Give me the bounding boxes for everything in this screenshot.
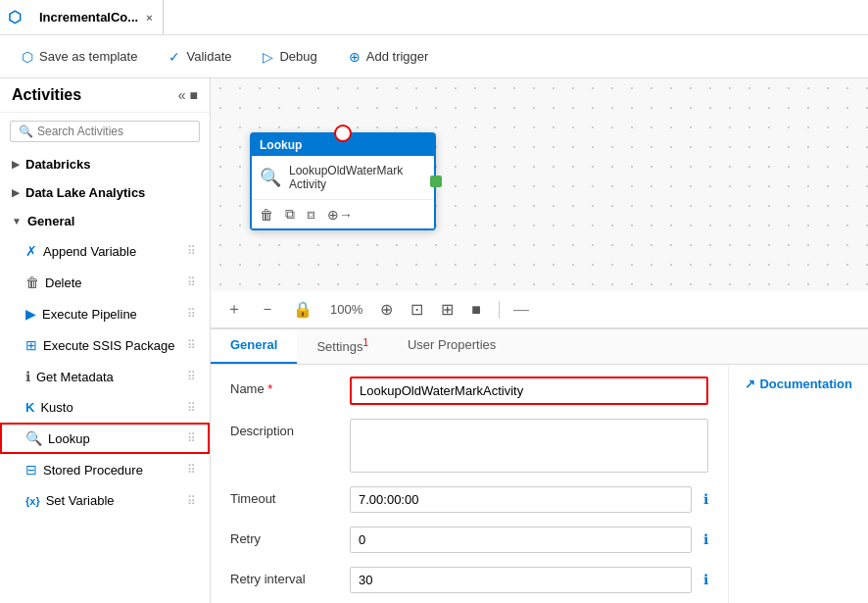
retry-label: Retry	[230, 527, 338, 546]
node-body: 🔍 LookupOldWaterMarkActivity	[252, 156, 434, 199]
activity-label: Get Metadata	[36, 370, 114, 384]
search-icon: 🔍	[19, 125, 33, 138]
activity-item-set-variable[interactable]: {x} Set Variable ⠿	[0, 485, 210, 516]
toolbar: ⬡ Save as template ✓ Validate ▷ Debug ⊕ …	[0, 35, 868, 78]
category-databricks-label: Databricks	[25, 157, 90, 172]
node-copy-icon[interactable]: ⧉	[285, 206, 295, 223]
activity-item-kusto[interactable]: K Kusto ⠿	[0, 392, 210, 423]
node-circle	[334, 125, 352, 142]
search-input[interactable]	[37, 125, 191, 138]
delete-icon: 🗑	[25, 275, 39, 290]
activity-label: Kusto	[40, 400, 72, 415]
canvas-remove-icon[interactable]: －	[256, 297, 279, 322]
timeout-info-icon: ℹ	[703, 486, 708, 507]
set-variable-icon: {x}	[25, 495, 40, 507]
main-layout: Activities « ■ 🔍 ▶ Databricks ▶ Data Lak…	[0, 78, 868, 603]
drag-handle-icon[interactable]: ⠿	[187, 463, 196, 477]
node-name-label: LookupOldWaterMarkActivity	[289, 164, 403, 191]
canvas-zoom-label[interactable]: 100%	[326, 300, 366, 319]
activity-item-delete[interactable]: 🗑 Delete ⠿	[0, 267, 210, 298]
sidebar-actions: « ■	[178, 87, 198, 103]
sidebar-category-datalake[interactable]: ▶ Data Lake Analytics	[0, 178, 210, 207]
category-datalake-label: Data Lake Analytics	[25, 185, 145, 200]
tab-user-properties[interactable]: User Properties	[388, 329, 515, 364]
execute-ssis-icon: ⊞	[25, 337, 37, 353]
retry-interval-label: Retry interval	[230, 567, 338, 586]
sidebar-title: Activities	[12, 86, 81, 104]
activity-item-lookup[interactable]: 🔍 Lookup ⠿	[0, 423, 210, 454]
canvas-lock-icon[interactable]: 🔒	[289, 298, 316, 321]
drag-handle-icon[interactable]: ⠿	[187, 338, 196, 352]
activity-label: Append Variable	[43, 244, 136, 259]
drag-handle-icon[interactable]: ⠿	[187, 370, 196, 383]
drag-handle-icon[interactable]: ⠿	[187, 401, 196, 415]
sidebar-category-databricks[interactable]: ▶ Databricks	[0, 150, 210, 178]
pipeline-tab[interactable]: IncrementalCo... ×	[29, 0, 164, 34]
execute-pipeline-icon: ▶	[25, 306, 36, 322]
canvas-add-icon[interactable]: ＋	[222, 297, 246, 322]
drag-handle-icon[interactable]: ⠿	[187, 494, 196, 508]
node-delete-icon[interactable]: 🗑	[260, 207, 273, 223]
chevron-right-icon: ▶	[12, 159, 20, 170]
form-row-retry: Retry ℹ	[230, 527, 708, 553]
debug-button[interactable]: ▷ Debug	[257, 45, 322, 69]
activity-item-stored-procedure[interactable]: ⊟ Stored Procedure ⠿	[0, 454, 210, 485]
drag-handle-icon[interactable]: ⠿	[187, 307, 196, 321]
drag-handle-icon[interactable]: ⠿	[187, 244, 196, 258]
node-lookup-icon: 🔍	[260, 167, 281, 188]
drag-handle-icon[interactable]: ⠿	[187, 276, 196, 289]
retry-input[interactable]	[350, 527, 692, 553]
save-template-button[interactable]: ⬡ Save as template	[16, 45, 143, 69]
add-trigger-button[interactable]: ⊕ Add trigger	[343, 45, 435, 69]
activity-label: Execute SSIS Package	[43, 338, 174, 353]
lookup-icon: 🔍	[25, 430, 42, 446]
form-row-retry-interval: Retry interval ℹ	[230, 567, 708, 593]
node-add-activity-icon[interactable]: ⊕→	[327, 207, 353, 223]
canvas-area: Lookup 🔍 LookupOldWaterMarkActivity 🗑 ⧉ …	[211, 78, 868, 603]
canvas-fit-icon[interactable]: ⊕	[376, 298, 397, 321]
drag-handle-icon[interactable]: ⠿	[187, 431, 196, 445]
pipeline-node-lookup[interactable]: Lookup 🔍 LookupOldWaterMarkActivity 🗑 ⧉ …	[250, 132, 436, 230]
sidebar-header: Activities « ■	[0, 78, 210, 113]
form-row-timeout: Timeout ℹ	[230, 486, 708, 513]
tab-close-icon[interactable]: ×	[146, 12, 152, 24]
activity-item-execute-ssis[interactable]: ⊞ Execute SSIS Package ⠿	[0, 329, 210, 361]
pipeline-canvas[interactable]: Lookup 🔍 LookupOldWaterMarkActivity 🗑 ⧉ …	[211, 78, 868, 291]
activity-item-execute-pipeline[interactable]: ▶ Execute Pipeline ⠿	[0, 298, 210, 329]
sidebar-collapse-icon[interactable]: «	[178, 87, 186, 103]
canvas-fullscreen-icon[interactable]: ■	[467, 299, 485, 321]
node-clone-icon[interactable]: ⧈	[307, 206, 315, 223]
sidebar-category-general[interactable]: ▼ General	[0, 207, 210, 235]
activity-item-append-variable[interactable]: ✗ Append Variable ⠿	[0, 235, 210, 267]
property-form: Name * Description Timeout ℹ	[211, 365, 728, 603]
save-template-icon: ⬡	[22, 49, 33, 65]
activity-item-get-metadata[interactable]: ℹ Get Metadata ⠿	[0, 361, 210, 392]
retry-interval-info-icon: ℹ	[703, 567, 708, 587]
required-indicator: *	[267, 381, 272, 396]
top-bar: ⬡ IncrementalCo... ×	[0, 0, 868, 35]
form-row-name: Name *	[230, 377, 708, 405]
sidebar-list: ▶ Databricks ▶ Data Lake Analytics ▼ Gen…	[0, 150, 210, 603]
sidebar: Activities « ■ 🔍 ▶ Databricks ▶ Data Lak…	[0, 78, 211, 603]
node-success-connector[interactable]	[430, 176, 442, 187]
tab-general[interactable]: General	[211, 329, 297, 364]
timeout-input[interactable]	[350, 486, 692, 513]
description-textarea[interactable]	[350, 419, 708, 473]
activity-label: Stored Procedure	[43, 463, 143, 477]
canvas-grid-icon[interactable]: ⊞	[437, 298, 458, 321]
canvas-select-icon[interactable]: ⊡	[407, 298, 427, 321]
node-type-label: Lookup	[260, 138, 302, 152]
retry-interval-input[interactable]	[350, 567, 692, 593]
tab-settings[interactable]: Settings1	[297, 329, 388, 364]
name-input[interactable]	[350, 377, 708, 405]
canvas-collapse-handle[interactable]: —	[513, 301, 529, 319]
validate-button[interactable]: ✓ Validate	[163, 45, 237, 69]
retry-info-icon: ℹ	[703, 527, 708, 547]
property-content: Name * Description Timeout ℹ	[211, 365, 868, 603]
sidebar-grid-icon[interactable]: ■	[190, 87, 198, 103]
activity-label: Execute Pipeline	[42, 307, 137, 322]
name-label: Name *	[230, 377, 338, 396]
description-label: Description	[230, 419, 338, 438]
chevron-right-icon: ▶	[12, 187, 20, 198]
documentation-link[interactable]: ↗ Documentation	[745, 377, 852, 391]
